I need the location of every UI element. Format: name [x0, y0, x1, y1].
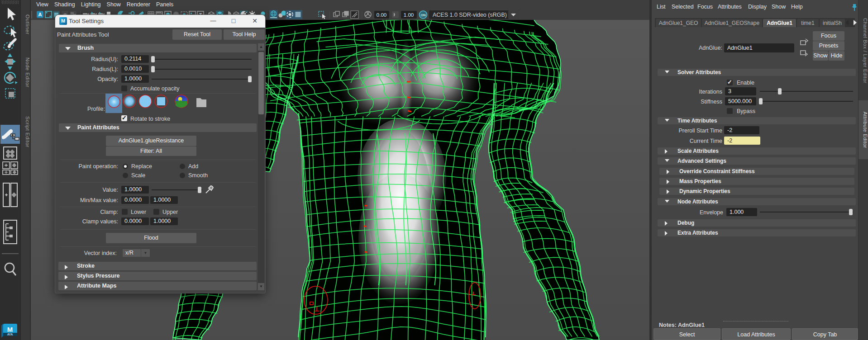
svg-text:ON: ON [420, 13, 425, 17]
svg-text:M: M [7, 326, 13, 333]
svg-text:1.00: 1.00 [404, 12, 414, 18]
svg-text:ACES 1.0 SDR-video (sRGB): ACES 1.0 SDR-video (sRGB) [433, 12, 507, 18]
svg-text:AYA: AYA [7, 333, 13, 336]
svg-text:A: A [38, 12, 42, 17]
svg-text:0.00: 0.00 [377, 12, 386, 18]
